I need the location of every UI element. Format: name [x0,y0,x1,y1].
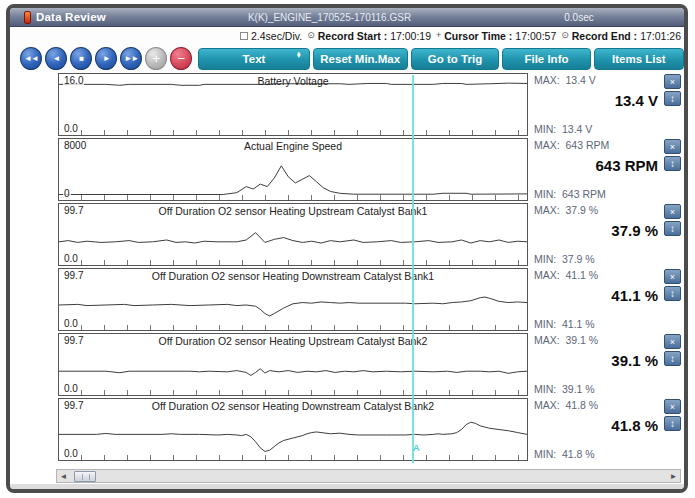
scrollbar-thumb[interactable] [74,471,96,482]
current-value: 37.9 % [611,222,658,239]
play-button[interactable]: ► [95,47,117,70]
recorded-file-name: K(K)_ENGINE_170525-170116.GSR [185,12,474,23]
reorder-channel-button[interactable]: ↕ [664,286,681,301]
scale-max-label: 99.7 [63,270,84,281]
go-to-trig-button[interactable]: Go to Trig [411,48,499,70]
channel-readout-5: MAX: 41.8 % 41.8 % MIN: 41.8 % [534,398,658,461]
cursor-time-label: Cursor Time : [444,30,512,42]
channel-readout-4: MAX: 39.1 % 39.1 % MIN: 39.1 % [534,333,658,396]
close-channel-button[interactable]: × [664,74,681,89]
min-readout: MIN: 643 RPM [534,188,606,200]
view-mode-dropdown[interactable]: Text ▲ ▼ [198,48,309,70]
record-info-bar: 2.4sec/Div. ⊙ Record Start : 17:00:19 + … [10,27,684,44]
scroll-left-button[interactable]: ◄ [57,470,70,482]
cursor-time-group: + Cursor Time : 17:00:57 [436,30,556,42]
reorder-channel-button[interactable]: ↕ [664,351,681,366]
channel-plot-4[interactable]: 99.7 Off Duration O2 sensor Heating Upst… [58,333,528,396]
time-axis-ticks [59,390,527,395]
min-readout: MIN: 37.9 % [534,253,595,265]
reorder-channel-button[interactable]: ↕ [664,156,681,171]
crosshair-icon: + [436,31,441,40]
reorder-channel-button[interactable]: ↕ [664,91,681,106]
window-footer [10,484,684,489]
data-review-window: Data Review K(K)_ENGINE_170525-170116.GS… [6,4,688,493]
current-value: 13.4 V [615,92,658,109]
channels: 16.0 Battery Voltage 0.0 MAX: 13.4 V 13.… [10,73,684,466]
zoom-in-button[interactable]: + [145,47,167,70]
time-axis-ticks [59,195,527,200]
time-per-div-group: 2.4sec/Div. [240,30,302,42]
min-readout: MIN: 41.8 % [534,448,595,460]
min-readout: MIN: 41.1 % [534,318,595,330]
time-axis-ticks [59,455,527,460]
time-per-div-checkbox[interactable] [240,32,248,40]
channel-readout-0: MAX: 13.4 V 13.4 V MIN: 13.4 V [534,73,658,136]
window-title: Data Review [36,11,106,23]
channel-title: Off Duration O2 sensor Heating Downstrea… [89,270,497,282]
channel-plot-1[interactable]: 8000 Actual Engine Speed 0 [58,138,528,201]
scale-max-label: 8000 [63,140,87,151]
min-readout: MIN: 39.1 % [534,383,595,395]
channel-panel-3: 99.7 Off Duration O2 sensor Heating Down… [10,268,684,331]
scroll-right-button[interactable]: ► [667,470,680,482]
reorder-channel-button[interactable]: ↕ [664,221,681,236]
channel-panel-0: 16.0 Battery Voltage 0.0 MAX: 13.4 V 13.… [10,73,684,136]
channel-title: Actual Engine Speed [89,140,497,152]
zoom-out-button[interactable]: − [170,47,192,70]
playback-toolbar: ◄◄◄■►►►+− Text ▲ ▼ Reset Min.Max Go to T… [10,44,684,73]
close-channel-button[interactable]: × [664,399,681,414]
items-list-button[interactable]: Items List [594,48,684,70]
channel-plot-3[interactable]: 99.7 Off Duration O2 sensor Heating Down… [58,268,528,331]
record-end-label: Record End : [572,30,637,42]
min-readout: MIN: 13.4 V [534,123,592,135]
file-info-button[interactable]: File Info [502,48,590,70]
record-end-value: 17:01:26 [640,30,681,42]
time-cursor[interactable]: A [412,75,414,463]
clock-icon: ⊙ [307,31,315,40]
channel-panel-4: 99.7 Off Duration O2 sensor Heating Upst… [10,333,684,396]
channel-title: Off Duration O2 sensor Heating Upstream … [89,205,497,217]
record-start-group: ⊙ Record Start : 17:00:19 [307,30,431,42]
reorder-channel-button[interactable]: ↕ [664,416,681,431]
channel-title: Off Duration O2 sensor Heating Upstream … [89,335,497,347]
channel-title: Off Duration O2 sensor Heating Downstrea… [89,400,497,412]
view-mode-label: Text [243,53,266,65]
channel-readout-3: MAX: 41.1 % 41.1 % MIN: 41.1 % [534,268,658,331]
title-group: Data Review [10,11,185,24]
current-value: 41.1 % [611,287,658,304]
close-channel-button[interactable]: × [664,139,681,154]
scale-max-label: 99.7 [63,335,84,346]
max-readout: MAX: 13.4 V [534,74,596,86]
scale-max-label: 99.7 [63,400,84,411]
channel-plot-2[interactable]: 99.7 Off Duration O2 sensor Heating Upst… [58,203,528,266]
time-per-div-value: 2.4sec/Div. [251,30,302,42]
time-axis-ticks [59,260,527,265]
close-channel-button[interactable]: × [664,334,681,349]
title-bar: Data Review K(K)_ENGINE_170525-170116.GS… [10,8,684,27]
screen: Data Review K(K)_ENGINE_170525-170116.GS… [0,0,695,498]
close-channel-button[interactable]: × [664,204,681,219]
elapsed-time: 0.0sec [474,12,684,23]
channel-readout-1: MAX: 643 RPM 643 RPM MIN: 643 RPM [534,138,658,201]
fast-forward-button[interactable]: ►► [120,47,142,70]
rewind-button[interactable]: ◄◄ [20,47,42,70]
dropdown-arrows-icon: ▲ ▼ [296,52,302,59]
channel-plot-0[interactable]: 16.0 Battery Voltage 0.0 [58,73,528,136]
channel-plot-5[interactable]: 99.7 Off Duration O2 sensor Heating Down… [58,398,528,461]
current-value: 41.8 % [611,417,658,434]
max-readout: MAX: 643 RPM [534,139,609,151]
step-back-button[interactable]: ◄ [45,47,67,70]
stop-button[interactable]: ■ [70,47,92,70]
app-icon [24,11,31,24]
time-axis-ticks [59,325,527,330]
reset-minmax-button[interactable]: Reset Min.Max [313,48,408,70]
scale-max-label: 16.0 [63,75,84,86]
horizontal-scrollbar[interactable]: ◄ ► [56,469,681,483]
record-start-label: Record Start : [318,30,387,42]
clock-icon: ⊙ [561,31,569,40]
max-readout: MAX: 41.8 % [534,399,598,411]
current-value: 643 RPM [595,157,658,174]
max-readout: MAX: 37.9 % [534,204,598,216]
close-channel-button[interactable]: × [664,269,681,284]
cursor-time-value: 17:00:57 [515,30,556,42]
